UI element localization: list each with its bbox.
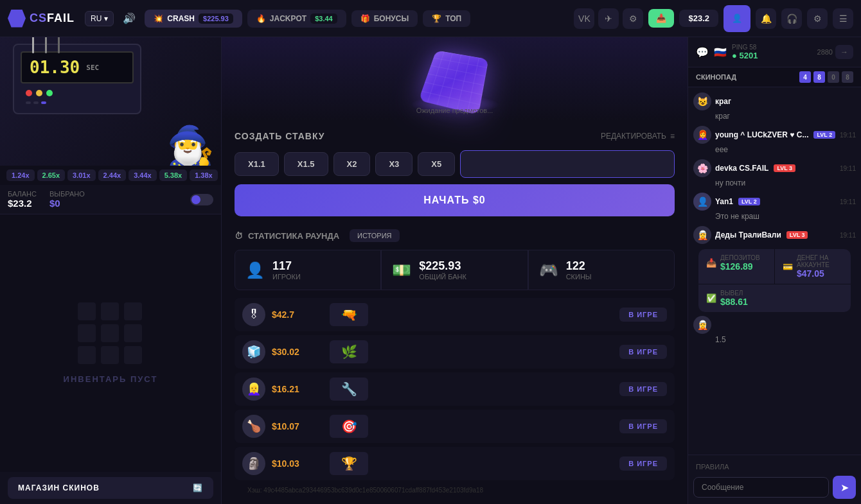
mult-badge-2[interactable]: 3.01x: [67, 169, 96, 181]
inventory-dot: [124, 346, 142, 364]
skin-shop-button[interactable]: МАГАЗИН СКИНОВ 🔄: [8, 477, 213, 499]
withdrawn-icon: ✅: [706, 293, 716, 303]
skin-badge-0: 4: [799, 71, 811, 83]
withdrawn-label: ВЫВЕЛ: [720, 290, 748, 297]
inventory-empty-label: ИНВЕНТАРЬ ПУСТ: [64, 374, 158, 384]
chat-msg-1: 👩‍🦰 young ^ LUCkZVER ♥ C... LVL 2 19:11 …: [693, 126, 856, 154]
logo-text: CSFAIL: [30, 12, 75, 25]
tab-bonuses[interactable]: 🎁 БОНУСЫ: [351, 10, 418, 27]
user-icon: 👤: [732, 13, 742, 23]
player-avatar-1: 🧊: [242, 340, 265, 363]
selected-section: ВЫБРАНО $0: [49, 190, 85, 209]
rules-link[interactable]: ПРАВИЛА: [693, 460, 856, 473]
timer-display: 01.30: [30, 58, 80, 77]
vk-button[interactable]: VK: [574, 8, 594, 29]
in-game-badge-3[interactable]: В ИГРЕ: [619, 419, 667, 433]
in-game-badge-0[interactable]: В ИГРЕ: [619, 308, 667, 322]
money-label: ДЕНЕГ НА АККАУНТЕ: [797, 254, 843, 268]
player-avatar-4: 🗿: [242, 452, 265, 475]
msg-header-1: 👩‍🦰 young ^ LUCkZVER ♥ C... LVL 2 19:11: [693, 126, 856, 144]
msg-text-last: 1.5: [693, 335, 856, 344]
mult-btn-x15[interactable]: X1.5: [284, 152, 328, 176]
mult-badge-6[interactable]: 1.38x: [190, 169, 218, 181]
tab-top[interactable]: 🏆 ТОП: [423, 10, 470, 27]
start-bet-button[interactable]: НАЧАТЬ $0: [235, 184, 675, 216]
telegram-button[interactable]: ✈: [598, 8, 619, 29]
player-bet-3: $10.07: [272, 421, 317, 431]
volume-button[interactable]: 🔊: [119, 10, 139, 27]
lvl-badge-2: LVL 3: [774, 164, 795, 172]
chat-input[interactable]: [693, 477, 829, 498]
ping-label: PING 58: [732, 44, 758, 51]
mult-badge-5[interactable]: 5.38x: [159, 169, 188, 181]
skin-drop-bar: СКИНОПАД 4 8 0 8: [688, 67, 861, 87]
skins-icon: 🎮: [539, 261, 558, 279]
user-card-stats: 📥 ДЕПОЗИТОВ $126.89 💳 ДЕНЕГ НА АККАУНТЕ: [698, 249, 851, 312]
chat-flag: 🇷🇺: [714, 46, 727, 58]
player-skin-3: 🎯: [330, 415, 368, 438]
mult-btn-x3[interactable]: X3: [375, 152, 413, 176]
msg-avatar-4: 🧝: [693, 226, 711, 244]
balance-toggle[interactable]: [190, 194, 213, 205]
stats-card-bank: 💵 $225.93 ОБЩИЙ БАНК: [381, 250, 528, 290]
in-game-badge-2[interactable]: В ИГРЕ: [619, 382, 667, 396]
msg-text-0: краг: [693, 112, 856, 121]
tab-jackpot[interactable]: 🔥 JACKPOT $3.44: [247, 10, 346, 28]
in-game-badge-4[interactable]: В ИГРЕ: [619, 456, 667, 471]
inventory-dot: [78, 302, 96, 320]
player-bet-4: $10.03: [272, 458, 317, 469]
clock-icon: ⏱: [235, 231, 243, 241]
lang-select[interactable]: RU ▾: [85, 11, 114, 26]
history-button[interactable]: ИСТОРИЯ: [350, 229, 399, 242]
chat-input-row: ➤: [693, 476, 856, 499]
trophy-icon: 🏆: [432, 14, 441, 23]
right-panel: 💬 🇷🇺 PING 58 ● 5201 2880 → СКИНОПАД 4 8 …: [688, 37, 861, 504]
crash-icon: 💥: [154, 14, 163, 23]
chat-icon: 💬: [696, 46, 709, 58]
timer-unit: SEC: [86, 64, 99, 72]
in-game-badge-1[interactable]: В ИГРЕ: [619, 345, 667, 359]
mult-btn-x5[interactable]: X5: [418, 152, 455, 176]
multiplier-input[interactable]: 1,2: [460, 150, 675, 178]
withdrawn-value: $88.61: [720, 297, 748, 307]
user-avatar[interactable]: 👤: [723, 5, 750, 32]
tab-crash[interactable]: 💥 CRASH $225.93: [145, 10, 242, 28]
inventory-dot: [78, 346, 96, 364]
expand-chat-button[interactable]: →: [835, 45, 853, 59]
mult-badge-4[interactable]: 3.44x: [129, 169, 157, 181]
logo-icon: [8, 10, 26, 28]
msg-username-0: краг: [715, 97, 731, 106]
skin-badge-1: 8: [813, 71, 825, 83]
edit-button[interactable]: РЕДАКТИРОВАТЬ ≡: [601, 132, 675, 141]
online-value: 5201: [739, 51, 758, 60]
headset-button[interactable]: 🎧: [781, 8, 802, 29]
mult-badge-1[interactable]: 2.65x: [37, 169, 66, 181]
msg-username-2: devka CS.FAIL: [715, 164, 768, 173]
mult-badge-3[interactable]: 2.44x: [98, 169, 127, 181]
msg-avatar-1: 👩‍🦰: [693, 126, 711, 144]
chat-msg-3: 👤 Yan1 LVL 2 19:11 Это не краш: [693, 193, 856, 221]
mult-btn-x2[interactable]: X2: [333, 152, 371, 176]
hash-value: 49c4485abca293446953bc639d0c1e8500606071…: [263, 487, 483, 494]
hash-row: Хэш: 49c4485abca293446953bc639d0c1e85006…: [235, 484, 675, 496]
mult-btn-x11[interactable]: X1.1: [235, 152, 279, 176]
topnav: CSFAIL RU ▾ 🔊 💥 CRASH $225.93 🔥 JACKPOT …: [0, 0, 861, 37]
players-label: ИГРОКИ: [272, 273, 301, 281]
character-image: 🧙‍♂️: [166, 127, 215, 166]
balance-section: БАЛАНС $23.2: [8, 190, 37, 209]
discord-button[interactable]: ⚙: [623, 8, 643, 29]
chat-send-button[interactable]: ➤: [833, 476, 856, 499]
msg-avatar-0: 😺: [693, 92, 711, 110]
msg-time-2: 19:11: [840, 165, 856, 172]
notifications-button[interactable]: 🔔: [756, 8, 776, 29]
mult-badge-0[interactable]: 1.24x: [6, 169, 35, 181]
stats-cards: 👤 117 ИГРОКИ 💵 $225.93 ОБЩИЙ БАНК 🎮: [235, 250, 675, 290]
stats-header-row: ⏱ СТАТИСТИКА РАУНДА ИСТОРИЯ: [235, 229, 675, 242]
settings-button[interactable]: ⚙: [807, 8, 828, 29]
inventory-dot: [101, 302, 119, 320]
deposit-icon: 📥: [656, 13, 666, 23]
deposit-button[interactable]: 📥: [648, 9, 674, 28]
edit-label: РЕДАКТИРОВАТЬ: [601, 132, 666, 141]
user-stat-money: 💳 ДЕНЕГ НА АККАУНТЕ $47.05: [775, 249, 851, 284]
menu-button[interactable]: ☰: [833, 8, 853, 29]
